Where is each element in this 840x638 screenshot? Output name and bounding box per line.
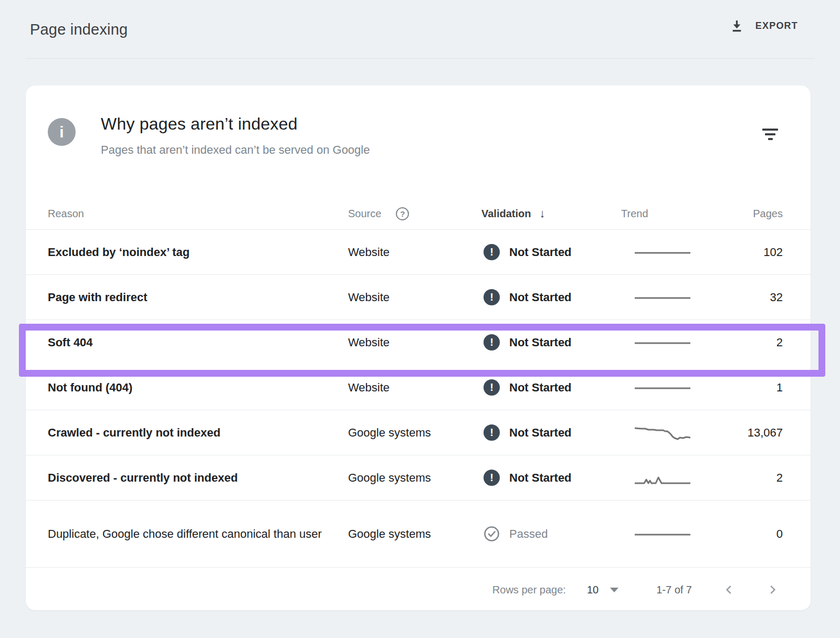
row-pages-count: 13,067 bbox=[705, 426, 783, 440]
table-row[interactable]: Not found (404) Website ! Not Started 1 bbox=[26, 365, 811, 410]
validation-status-icon bbox=[484, 526, 500, 542]
row-validation: ! Not Started bbox=[481, 289, 621, 305]
row-source: Website bbox=[348, 291, 481, 304]
not-started-exclamation-icon: ! bbox=[484, 379, 500, 396]
pagination-range-label: 1-7 of 7 bbox=[656, 584, 692, 596]
validation-status-label: Not Started bbox=[509, 291, 572, 304]
table-row[interactable]: Duplicate, Google chose different canoni… bbox=[26, 500, 811, 567]
column-header-trend[interactable]: Trend bbox=[621, 208, 705, 220]
info-glyph: i bbox=[59, 123, 64, 141]
row-validation: ! Not Started bbox=[481, 334, 621, 350]
previous-page-button[interactable] bbox=[721, 582, 737, 598]
validation-status-label: Not Started bbox=[509, 471, 572, 485]
table-row[interactable]: Excluded by ‘noindex’ tag Website ! Not … bbox=[26, 229, 811, 274]
trend-sparkline bbox=[621, 244, 705, 261]
row-source: Website bbox=[348, 336, 481, 349]
card-title: Why pages aren’t indexed bbox=[101, 114, 298, 134]
table-body: Excluded by ‘noindex’ tag Website ! Not … bbox=[26, 229, 811, 567]
chevron-left-icon bbox=[723, 584, 735, 596]
row-source: Google systems bbox=[348, 471, 481, 485]
row-reason: Crawled - currently not indexed bbox=[48, 424, 348, 442]
help-icon[interactable]: ? bbox=[396, 207, 409, 220]
row-pages-count: 0 bbox=[705, 527, 783, 541]
validation-header-label: Validation bbox=[481, 208, 531, 220]
validation-status-icon: ! bbox=[484, 470, 500, 486]
export-label: EXPORT bbox=[755, 20, 798, 31]
trend-sparkline bbox=[621, 379, 705, 396]
not-started-exclamation-icon: ! bbox=[484, 244, 500, 260]
chevron-right-icon bbox=[766, 584, 778, 596]
row-source: Google systems bbox=[348, 527, 481, 541]
trend-sparkline bbox=[621, 526, 705, 543]
row-validation: ! Not Started bbox=[481, 424, 621, 441]
header-divider bbox=[26, 58, 815, 59]
validation-status-icon: ! bbox=[484, 244, 500, 260]
row-reason: Excluded by ‘noindex’ tag bbox=[48, 243, 348, 261]
card-header: i Why pages aren’t indexed Pages that ar… bbox=[26, 86, 811, 169]
validation-status-icon: ! bbox=[484, 334, 500, 350]
table-row[interactable]: Crawled - currently not indexed Google s… bbox=[26, 410, 811, 455]
trend-sparkline bbox=[621, 334, 705, 351]
not-started-exclamation-icon: ! bbox=[484, 424, 500, 441]
help-glyph: ? bbox=[400, 209, 405, 218]
passed-check-icon bbox=[484, 526, 500, 542]
row-pages-count: 32 bbox=[705, 291, 783, 304]
row-validation: ! Not Started bbox=[481, 379, 621, 396]
filter-icon[interactable] bbox=[760, 126, 780, 142]
card-subtitle: Pages that aren’t indexed can’t be serve… bbox=[101, 143, 370, 157]
row-validation: Passed bbox=[481, 526, 621, 542]
column-header-source[interactable]: Source ? bbox=[348, 207, 481, 220]
trend-sparkline bbox=[621, 289, 705, 306]
trend-sparkline bbox=[621, 470, 705, 486]
row-pages-count: 2 bbox=[705, 471, 783, 485]
dropdown-caret-icon bbox=[610, 588, 618, 592]
why-pages-arent-indexed-card: i Why pages aren’t indexed Pages that ar… bbox=[26, 86, 811, 610]
row-pages-count: 1 bbox=[705, 381, 783, 395]
row-reason: Duplicate, Google chose different canoni… bbox=[48, 525, 348, 543]
row-pages-count: 2 bbox=[705, 336, 783, 349]
row-source: Google systems bbox=[348, 426, 481, 440]
table-row[interactable]: Page with redirect Website ! Not Started… bbox=[26, 274, 811, 320]
not-started-exclamation-icon: ! bbox=[484, 289, 500, 305]
source-header-label: Source bbox=[348, 208, 381, 220]
export-button[interactable]: EXPORT bbox=[730, 19, 798, 33]
validation-status-label: Not Started bbox=[509, 246, 572, 259]
validation-status-label: Not Started bbox=[509, 381, 572, 395]
sort-descending-icon: ↓ bbox=[539, 207, 545, 220]
rows-per-page-select[interactable]: 10 bbox=[587, 584, 618, 596]
issues-table: Reason Source ? Validation ↓ Trend Pages… bbox=[26, 198, 811, 612]
validation-status-icon: ! bbox=[484, 424, 500, 441]
not-started-exclamation-icon: ! bbox=[484, 334, 500, 350]
validation-status-icon: ! bbox=[484, 379, 500, 396]
table-row[interactable]: Discovered - currently not indexed Googl… bbox=[26, 455, 811, 500]
row-reason: Discovered - currently not indexed bbox=[48, 469, 348, 487]
row-reason: Soft 404 bbox=[48, 334, 348, 352]
next-page-button[interactable] bbox=[764, 582, 780, 598]
row-reason: Not found (404) bbox=[48, 379, 348, 397]
trend-sparkline bbox=[621, 424, 705, 441]
rows-per-page-value: 10 bbox=[587, 584, 598, 596]
row-source: Website bbox=[348, 246, 481, 259]
column-header-validation[interactable]: Validation ↓ bbox=[481, 207, 621, 220]
validation-status-label: Not Started bbox=[509, 426, 572, 440]
top-bar: Page indexing EXPORT bbox=[0, 0, 840, 59]
row-reason: Page with redirect bbox=[48, 289, 348, 306]
validation-status-label: Passed bbox=[509, 527, 548, 541]
row-pages-count: 102 bbox=[705, 246, 783, 259]
table-row[interactable]: Soft 404 Website ! Not Started 2 bbox=[26, 320, 811, 365]
rows-per-page-label: Rows per page: bbox=[492, 584, 566, 596]
row-validation: ! Not Started bbox=[481, 470, 621, 486]
column-header-reason[interactable]: Reason bbox=[48, 208, 348, 220]
table-header-row: Reason Source ? Validation ↓ Trend Pages bbox=[26, 198, 811, 229]
row-source: Website bbox=[348, 381, 481, 395]
row-validation: ! Not Started bbox=[481, 244, 621, 260]
pagination-bar: Rows per page: 10 1-7 of 7 bbox=[26, 567, 811, 612]
download-icon bbox=[730, 19, 744, 33]
column-header-pages[interactable]: Pages bbox=[705, 208, 783, 220]
validation-status-icon: ! bbox=[484, 289, 500, 305]
page-title: Page indexing bbox=[30, 21, 128, 38]
info-icon: i bbox=[48, 118, 76, 146]
validation-status-label: Not Started bbox=[509, 336, 572, 349]
not-started-exclamation-icon: ! bbox=[484, 470, 500, 486]
